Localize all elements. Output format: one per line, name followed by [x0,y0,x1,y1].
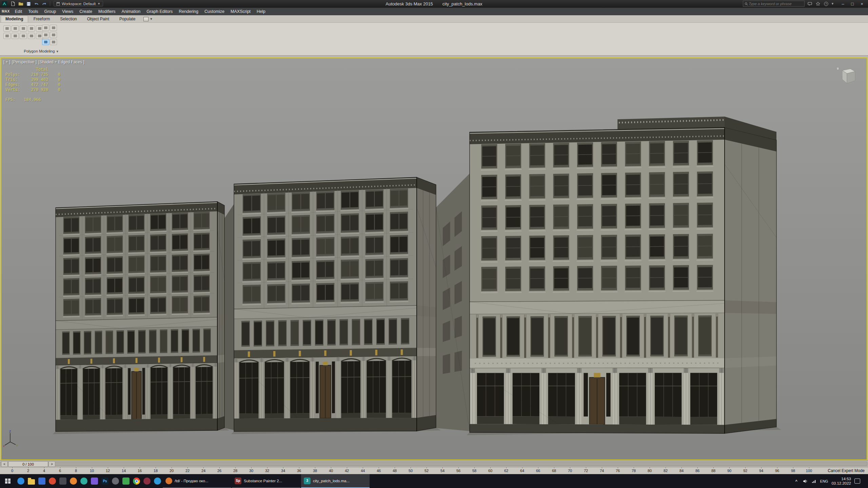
taskbar-task-substance-painter-2[interactable]: SpSubstance Painter 2... [232,474,300,488]
time-slider-handle[interactable]: 0 / 100 [8,461,48,467]
menu-item-maxscript[interactable]: MAXScript [228,8,254,15]
taskbar-pinned-app-orange-icon[interactable] [68,474,79,488]
ribbon-tool-button-3[interactable] [20,25,27,32]
workspace-selector[interactable]: Workspace: Default ▼ [54,1,103,6]
show-hidden-icons-button[interactable]: ^ [794,479,799,484]
ribbon-tool-button-2[interactable] [12,25,19,32]
taskbar-task-td[interactable]: /td/ - Продаю око... [163,474,231,488]
infocenter-menu-icon[interactable]: ▼ [831,2,834,5]
ribbon-tool-button-12[interactable] [50,25,57,31]
previous-frame-button[interactable]: < [1,461,8,467]
ribbon-tab-freeform[interactable]: Freeform [29,16,55,22]
divider [50,1,50,6]
taskbar-pinned-photoshop-icon[interactable]: Ps [100,474,110,488]
menu-item-graph-editors[interactable]: Graph Editors [143,8,176,15]
timeline-tick: 44 [361,469,365,473]
timeline-tick: 6 [59,469,61,473]
viewcube[interactable] [834,66,858,87]
taskbar-pinned-app-red-icon[interactable] [47,474,58,488]
volume-icon[interactable] [803,479,808,484]
timeline-ruler[interactable]: 0246810121416182022242628303234363840424… [12,467,809,474]
taskbar-pinned-app-dark-icon[interactable] [58,474,68,488]
menu-item-modifiers[interactable]: Modifiers [95,8,119,15]
ribbon-tool-button-7[interactable] [12,33,19,39]
save-icon[interactable] [25,1,32,7]
ribbon-tool-button-6[interactable] [3,33,11,39]
favorites-icon[interactable] [815,1,821,6]
menu-item-animation[interactable]: Animation [119,8,144,15]
ribbon-options[interactable]: ▼ [143,17,153,22]
time-slider[interactable]: < 0 / 100 > [0,460,868,467]
3ds-max-logo-icon[interactable] [0,0,9,7]
network-icon[interactable] [811,479,817,484]
tool-glyph-icon [22,35,25,37]
taskbar-pinned-file-explorer-icon[interactable] [26,474,37,488]
ribbon-tool-button-14[interactable] [50,32,57,38]
redo-icon[interactable] [41,1,47,7]
ribbon-tab-modeling[interactable]: Modeling [1,16,28,22]
ribbon-tool-button-1[interactable] [3,25,11,32]
app-menu-button[interactable]: MAX [0,9,12,13]
menu-item-group[interactable]: Group [41,8,59,15]
tool-glyph-icon [5,35,9,37]
taskbar-pinned-telegram-icon[interactable] [152,474,163,488]
ribbon-tab-populate[interactable]: Populate [115,16,140,22]
help-icon[interactable]: ? [823,1,829,6]
scene-buildings[interactable] [1,58,867,461]
next-frame-button[interactable]: > [48,461,55,467]
menu-item-help[interactable]: Help [254,8,269,15]
menu-item-edit[interactable]: Edit [12,8,25,15]
close-button[interactable]: × [857,1,867,7]
menu-item-rendering[interactable]: Rendering [176,8,201,15]
taskbar-task-city-patch-lods-ma[interactable]: 3city_patch_lods.ma... [301,474,370,488]
new-scene-icon[interactable] [9,1,16,7]
communication-center-icon[interactable] [807,1,813,6]
taskbar-pinned-edge-browser-icon[interactable] [16,474,26,488]
ribbon-tool-button-15[interactable] [42,39,49,45]
taskbar-pinned-app-violet-icon[interactable] [89,474,100,488]
window-title: Autodesk 3ds Max 2015city_patch_lods.max [0,1,868,6]
language-indicator[interactable]: ENG [820,479,828,483]
perspective-viewport[interactable]: [ + ] [Perspective ] [Shaded + Edged Fac… [1,58,867,461]
timeline-tick: 84 [679,469,684,473]
ribbon-tool-button-11[interactable] [42,25,49,31]
cancel-expert-mode-button[interactable]: Cancel Expert Mode [828,467,865,474]
taskbar-pinned-app-maroon-icon[interactable] [142,474,152,488]
viewport-pov-menu[interactable]: [Perspective ] [12,60,37,64]
timeline-tick: 0 [11,469,13,473]
minimize-button[interactable]: – [838,1,848,7]
viewport-general-menu[interactable]: [ + ] [3,60,10,64]
undo-icon[interactable] [33,1,40,7]
taskbar-pinned-app-teal-icon[interactable] [79,474,89,488]
menu-item-tools[interactable]: Tools [25,8,41,15]
viewport-shading-menu[interactable]: [Shaded + Edged Faces ] [38,60,84,64]
menu-item-customize[interactable]: Customize [201,8,228,15]
taskbar-pinned-app-green-icon[interactable] [121,474,131,488]
ribbon-tool-button-9[interactable] [28,33,35,39]
app-maroon-icon [143,477,151,485]
menu-item-create[interactable]: Create [76,8,95,15]
ribbon-tab-selection[interactable]: Selection [55,16,81,22]
menu-item-views[interactable]: Views [59,8,76,15]
time-slider-track[interactable] [1,462,867,466]
start-button[interactable] [0,474,16,488]
svg-text:Y: Y [16,444,18,447]
ribbon-tool-button-13[interactable] [42,32,49,38]
search-input[interactable] [748,1,803,6]
taskbar-pinned-app-blue-icon[interactable] [37,474,47,488]
taskbar-pinned-app-gray-icon[interactable] [110,474,121,488]
maximize-button[interactable]: □ [848,1,857,7]
app-teal-icon [80,477,87,485]
taskbar-pinned-chrome-icon[interactable] [131,474,142,488]
panel-title[interactable]: Polygon Modeling ▼ [2,49,81,53]
action-center-icon[interactable] [854,479,860,484]
open-file-icon[interactable] [17,1,24,7]
clock[interactable]: 14:53 03.12.2022 [831,477,851,486]
ribbon-tool-button-16[interactable] [50,39,57,45]
timeline-tick: 56 [456,469,460,473]
track-bar[interactable]: 0246810121416182022242628303234363840424… [0,467,868,474]
infocenter-search[interactable] [743,1,805,7]
ribbon-tool-button-4[interactable] [28,25,35,32]
ribbon-tab-object-paint[interactable]: Object Paint [82,16,114,22]
ribbon-tool-button-8[interactable] [20,33,27,39]
